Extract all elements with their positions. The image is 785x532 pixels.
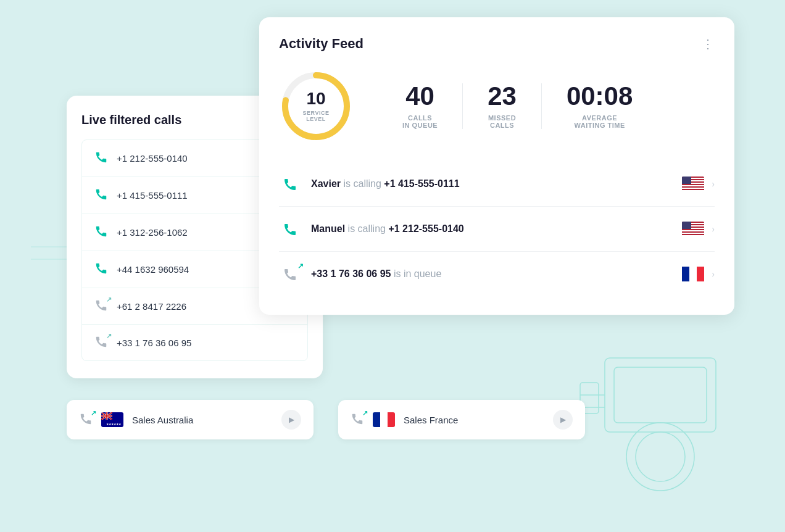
service-level-value: 10 bbox=[303, 90, 330, 107]
phone-active-icon bbox=[94, 150, 108, 167]
call-number: +61 2 8417 2226 bbox=[117, 301, 186, 312]
entry-actions: › bbox=[682, 222, 715, 236]
phone-outgoing-icon: ↗ bbox=[94, 335, 108, 351]
phone-active-icon bbox=[94, 261, 108, 278]
svg-rect-1 bbox=[614, 367, 707, 423]
call-number: +1 312-256-1062 bbox=[117, 227, 188, 238]
chevron-right-icon[interactable]: › bbox=[712, 269, 715, 279]
bottom-cards: ↗ ★★★★★★ Sales Australia ▶ bbox=[67, 400, 585, 439]
caller-number: +1 415-555-0111 bbox=[384, 178, 459, 189]
au-flag-icon: ★★★★★★ bbox=[101, 412, 123, 427]
svg-point-3 bbox=[636, 432, 685, 481]
phone-active-icon bbox=[94, 224, 108, 241]
avg-wait-value: 00:08 bbox=[567, 83, 633, 109]
card-label: Sales Australia bbox=[132, 415, 273, 425]
us-flag-icon bbox=[682, 177, 704, 191]
stats-row: 10 SERVICELEVEL 40 CALLSIN QUEUE 23 MISS… bbox=[279, 69, 715, 143]
chevron-right-icon[interactable]: › bbox=[712, 224, 715, 234]
phone-outgoing-icon: ↗ bbox=[79, 412, 93, 428]
service-level-donut: 10 SERVICELEVEL bbox=[279, 69, 353, 143]
entry-actions: › bbox=[682, 177, 715, 191]
caller-name: Xavier bbox=[311, 178, 341, 189]
call-status: is in queue bbox=[394, 268, 441, 279]
call-number: +44 1632 960594 bbox=[117, 264, 189, 275]
card-label: Sales France bbox=[404, 415, 544, 425]
phone-active-icon bbox=[279, 173, 301, 195]
missed-calls-stat: 23 MISSEDCALLS bbox=[463, 83, 542, 129]
call-number: +1 212-555-0140 bbox=[117, 153, 188, 164]
missed-calls-label: MISSEDCALLS bbox=[488, 114, 516, 129]
phone-active-icon bbox=[94, 187, 108, 204]
chevron-right-icon[interactable]: › bbox=[712, 179, 715, 189]
call-entry-xavier[interactable]: Xavier is calling +1 415-555-0111 › bbox=[279, 162, 715, 207]
phone-active-icon bbox=[279, 218, 301, 240]
entry-text: +33 1 76 36 06 95 is in queue bbox=[311, 268, 672, 280]
svg-point-2 bbox=[626, 423, 694, 491]
phone-outgoing-icon: ↗ bbox=[94, 298, 108, 314]
svg-rect-0 bbox=[605, 358, 716, 432]
service-level-label: SERVICELEVEL bbox=[303, 110, 330, 122]
calls-in-queue-stat: 40 CALLSIN QUEUE bbox=[378, 83, 463, 129]
bottom-card-australia[interactable]: ↗ ★★★★★★ Sales Australia ▶ bbox=[67, 400, 314, 439]
avg-wait-stat: 00:08 AVERAGEWAITING TIME bbox=[542, 83, 657, 129]
bottom-card-france[interactable]: ↗ Sales France ▶ bbox=[338, 400, 585, 439]
play-button[interactable]: ▶ bbox=[281, 410, 301, 430]
call-number: +1 415-555-0111 bbox=[117, 190, 188, 201]
entry-text: Xavier is calling +1 415-555-0111 bbox=[311, 178, 672, 189]
caller-name: Manuel bbox=[311, 223, 345, 234]
activity-panel: Activity Feed ⋮ 10 SERVICELEVEL 40 CALLS… bbox=[259, 17, 734, 315]
call-entry-manuel[interactable]: Manuel is calling +1 212-555-0140 › bbox=[279, 207, 715, 252]
activity-title: Activity Feed bbox=[279, 36, 363, 52]
phone-outgoing-icon: ↗ bbox=[279, 263, 301, 285]
call-status: is calling bbox=[344, 178, 384, 189]
call-number: +33 1 76 36 06 95 bbox=[117, 338, 191, 348]
calls-in-queue-value: 40 bbox=[405, 83, 434, 109]
entry-actions: › bbox=[682, 267, 715, 281]
call-status: is calling bbox=[348, 223, 389, 234]
list-item[interactable]: ↗ +33 1 76 36 06 95 bbox=[82, 325, 307, 360]
phone-outgoing-icon: ↗ bbox=[351, 412, 364, 428]
activity-header: Activity Feed ⋮ bbox=[279, 36, 715, 52]
play-button[interactable]: ▶ bbox=[553, 410, 573, 430]
avg-wait-label: AVERAGEWAITING TIME bbox=[574, 114, 625, 129]
caller-number: +33 1 76 36 06 95 bbox=[311, 268, 391, 279]
calls-in-queue-label: CALLSIN QUEUE bbox=[402, 114, 438, 129]
call-entry-queue[interactable]: ↗ +33 1 76 36 06 95 is in queue › bbox=[279, 252, 715, 296]
fr-flag-icon bbox=[682, 267, 704, 281]
caller-number: +1 212-555-0140 bbox=[388, 223, 463, 234]
fr-flag-icon bbox=[373, 412, 395, 427]
more-options-icon[interactable]: ⋮ bbox=[702, 36, 715, 51]
us-flag-icon bbox=[682, 222, 704, 236]
entry-text: Manuel is calling +1 212-555-0140 bbox=[311, 223, 672, 235]
missed-calls-value: 23 bbox=[488, 83, 517, 109]
